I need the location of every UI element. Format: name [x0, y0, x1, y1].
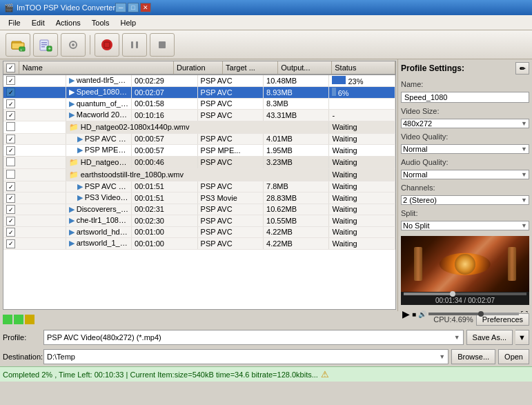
svg-rect-15 [136, 41, 138, 48]
preview-area: 00:01:34 / 00:02:07 [401, 236, 529, 305]
table-row[interactable]: ▶ quantum_of_solace-tlr1_1080p... 00:01:… [3, 98, 395, 110]
status-block-2 [14, 315, 23, 324]
row-checkbox[interactable] [6, 111, 15, 120]
open-button[interactable]: Open [498, 349, 529, 364]
destination-label: Destination: [3, 353, 41, 361]
table-row[interactable]: 📁 HD_natgeo02-1080x1440p.wmv Waiting [3, 121, 395, 133]
table-row[interactable]: ▶ Macworld 2008-iPhone part.m... 00:10:1… [3, 110, 395, 121]
file-status: Waiting [329, 238, 395, 250]
add-file-button[interactable]: + [33, 33, 58, 57]
row-checkbox[interactable] [6, 182, 15, 191]
save-as-dropdown-button[interactable]: ▼ [515, 330, 529, 345]
row-checkbox[interactable] [6, 217, 15, 226]
row-checkbox[interactable] [6, 170, 15, 179]
row-checkbox[interactable] [6, 122, 15, 131]
svg-point-11 [72, 43, 75, 46]
file-status: Waiting [329, 192, 395, 204]
split-dropdown[interactable]: No Split ▼ [401, 221, 529, 230]
audio-quality-label: Audio Quality: [401, 158, 529, 166]
table-row[interactable]: ▶ Discoverers_1080.wmv 00:02:31 PSP AVC … [3, 204, 395, 215]
video-size-dropdown[interactable]: 480x272 ▼ [401, 119, 529, 128]
table-row[interactable]: ▶ PS3 Video(480P) MPEG-4 00:01:51 PS3 Mo… [3, 192, 395, 204]
table-row[interactable]: ▶ wanted-tlr5_h1080p.mov 00:02:29 PSP AV… [3, 75, 395, 87]
channels-value: 2 (Stereo) [403, 196, 437, 204]
convert-start-button[interactable] [95, 33, 119, 57]
menu-file[interactable]: File [3, 17, 26, 28]
menu-help[interactable]: Help [115, 17, 141, 28]
file-status: Waiting [329, 121, 395, 133]
file-target: PSP AVC [197, 226, 263, 238]
video-quality-dropdown[interactable]: Normal ▼ [401, 144, 529, 154]
file-status: Waiting [329, 226, 395, 238]
edit-profile-button[interactable]: ✏ [515, 62, 529, 75]
menu-actions[interactable]: Actions [50, 17, 86, 28]
video-size-value: 480x272 [403, 119, 432, 128]
file-status: 23% [329, 75, 395, 87]
file-duration: 00:01:00 [132, 238, 197, 250]
table-row[interactable]: ▶ Speed_1080.wmv 00:02:07 PSP AVC 8.93MB… [3, 86, 395, 98]
row-checkbox[interactable] [6, 194, 15, 203]
table-row[interactable]: ▶ PSP AVC Video(480x272) 00:01:51 PSP AV… [3, 181, 395, 192]
table-row[interactable]: ▶ PSP MPEG-4 Video - Minim... 00:00:57 P… [3, 145, 395, 157]
convert-stop-button[interactable] [150, 33, 175, 57]
profile-name-input[interactable] [401, 92, 529, 103]
file-status: Waiting [329, 133, 395, 145]
table-row[interactable]: ▶ che-tlr1_1080p.mov 00:02:30 PSP AVC 10… [3, 215, 395, 227]
table-row[interactable]: ▶ artsworld_1_hd.wmv 00:01:00 PSP AVC 4.… [3, 238, 395, 250]
svg-rect-16 [159, 41, 166, 48]
status-block-3 [25, 315, 35, 324]
row-checkbox[interactable] [6, 99, 15, 108]
close-button[interactable]: ✕ [140, 3, 151, 12]
file-list-area: Name Duration Target ... Output... Statu… [3, 61, 396, 310]
row-checkbox[interactable] [6, 205, 15, 214]
cpu-usage-text: CPU:4.69% [433, 315, 473, 324]
save-as-button[interactable]: Save As... [466, 330, 513, 345]
row-checkbox[interactable] [6, 135, 15, 144]
settings-button[interactable] [61, 33, 86, 57]
file-name: ▶ Speed_1080.wmv [66, 86, 131, 98]
audio-quality-dropdown[interactable]: Normal ▼ [401, 170, 529, 179]
row-checkbox[interactable] [6, 157, 15, 166]
chevron-down-icon: ▼ [439, 353, 445, 360]
menu-edit[interactable]: Edit [26, 17, 50, 28]
convert-pause-button[interactable] [122, 33, 147, 57]
file-duration: 00:10:16 [132, 110, 197, 121]
file-target: PS3 Movie [197, 192, 263, 204]
check-all-header[interactable] [3, 61, 19, 75]
toolbar: + + [0, 30, 532, 59]
channels-dropdown[interactable]: 2 (Stereo) ▼ [401, 195, 529, 205]
play-button[interactable]: ▶ [402, 308, 410, 319]
file-target: PSP AVC [197, 86, 263, 98]
row-checkbox[interactable] [6, 88, 15, 97]
video-quality-value: Normal [403, 145, 427, 153]
file-status: Waiting [329, 215, 395, 227]
panel-title: Profile Settings: ✏ [401, 62, 529, 75]
destination-value: D:\Temp [47, 353, 75, 361]
destination-input[interactable]: D:\Temp ▼ [43, 349, 449, 364]
profile-dropdown[interactable]: PSP AVC Video(480x272) (*.mp4) ▼ [43, 330, 464, 345]
table-row[interactable]: 📁 earthstoodstill-tlre_1080p.wmv Waiting [3, 168, 395, 181]
table-row[interactable]: ▶ artsworld_hd.wmv 00:01:00 PSP AVC 4.22… [3, 226, 395, 238]
volume-slider[interactable] [428, 313, 519, 315]
file-duration: 00:00:46 [132, 156, 197, 168]
file-name: ▶ che-tlr1_1080p.mov [66, 215, 131, 227]
row-checkbox[interactable] [6, 228, 15, 237]
svg-rect-5 [41, 42, 47, 43]
row-checkbox[interactable] [6, 76, 15, 85]
row-checkbox[interactable] [6, 239, 15, 248]
check-all-checkbox[interactable] [6, 63, 15, 72]
duration-header: Duration [173, 61, 222, 75]
browse-button[interactable]: Browse... [451, 349, 495, 364]
minimize-button[interactable]: ─ [115, 3, 126, 12]
table-row[interactable]: 📁 HD_natgeo01-1080x1440p.wmv 00:00:46 PS… [3, 156, 395, 168]
output-header: Output... [278, 61, 332, 75]
menu-tools[interactable]: Tools [86, 17, 115, 28]
maximize-button[interactable]: □ [128, 3, 139, 12]
table-row[interactable]: ▶ PSP AVC Video(480x272) 00:00:57 PSP AV… [3, 133, 395, 145]
file-output: 3.23MB [264, 156, 329, 168]
file-name: ▶ PSP AVC Video(480x272) [66, 133, 131, 145]
row-checkbox[interactable] [6, 146, 15, 155]
table-scroll-area[interactable]: ▶ wanted-tlr5_h1080p.mov 00:02:29 PSP AV… [3, 75, 395, 296]
stop-button[interactable]: ■ [412, 310, 416, 318]
open-file-button[interactable]: + [6, 33, 30, 57]
